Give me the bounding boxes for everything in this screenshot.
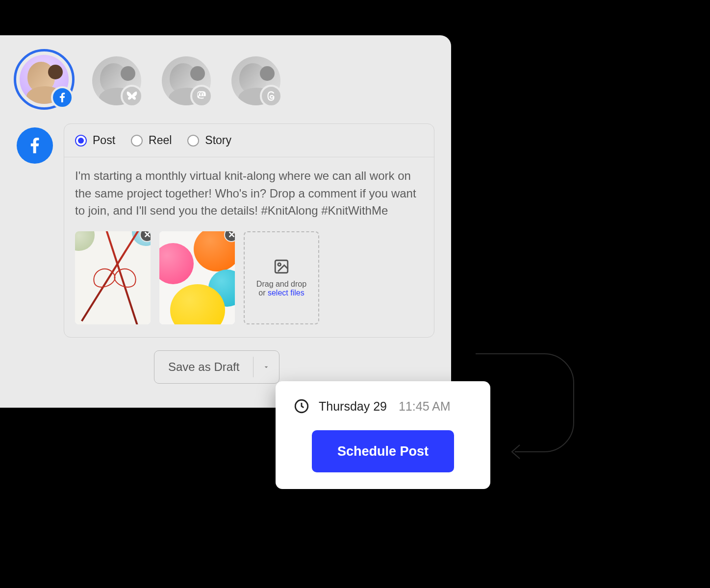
mastodon-icon	[190, 85, 213, 107]
composer-panel: Post Reel Story I'm starting a monthly v…	[0, 35, 451, 408]
post-type-tabs: Post Reel Story	[64, 124, 434, 157]
bluesky-icon	[121, 85, 143, 107]
schedule-time[interactable]: 11:45 AM	[399, 399, 451, 414]
media-row: ✕ ✕ Drag and drop or select files	[75, 231, 423, 324]
svg-point-1	[278, 263, 281, 266]
media-dropzone[interactable]: Drag and drop or select files	[244, 231, 319, 324]
attachment-1[interactable]: ✕	[75, 231, 151, 324]
radio-post[interactable]: Post	[75, 134, 115, 147]
post-text-input[interactable]: I'm starting a monthly virtual knit-alon…	[75, 167, 423, 220]
schedule-card: Thursday 29 11:45 AM Schedule Post	[276, 381, 490, 489]
clock-icon	[293, 398, 310, 415]
radio-reel-label: Reel	[149, 134, 172, 147]
account-facebook[interactable]	[17, 52, 72, 107]
attachment-2[interactable]: ✕	[159, 231, 235, 324]
schedule-date[interactable]: Thursday 29	[319, 399, 387, 414]
dropzone-line2-prefix: or	[258, 289, 268, 297]
radio-story[interactable]: Story	[187, 134, 231, 147]
radio-story-label: Story	[205, 134, 231, 147]
save-draft-label: Save as Draft	[154, 351, 253, 383]
facebook-icon	[51, 86, 74, 109]
composer-card: Post Reel Story I'm starting a monthly v…	[64, 123, 434, 338]
radio-reel[interactable]: Reel	[131, 134, 172, 147]
channel-facebook-icon	[17, 127, 53, 164]
account-mastodon[interactable]	[162, 56, 211, 105]
select-files-link[interactable]: select files	[268, 289, 304, 297]
threads-icon	[260, 85, 282, 107]
account-bluesky[interactable]	[92, 56, 141, 105]
schedule-post-button[interactable]: Schedule Post	[312, 430, 454, 472]
image-icon	[273, 258, 290, 275]
save-draft-caret[interactable]	[254, 351, 279, 383]
radio-post-label: Post	[93, 134, 115, 147]
dropzone-line1: Drag and drop	[256, 280, 306, 289]
accounts-row	[17, 55, 434, 107]
chevron-down-icon	[262, 363, 270, 371]
composer-row: Post Reel Story I'm starting a monthly v…	[17, 123, 434, 338]
account-threads[interactable]	[231, 56, 280, 105]
save-draft-button[interactable]: Save as Draft	[154, 350, 279, 384]
